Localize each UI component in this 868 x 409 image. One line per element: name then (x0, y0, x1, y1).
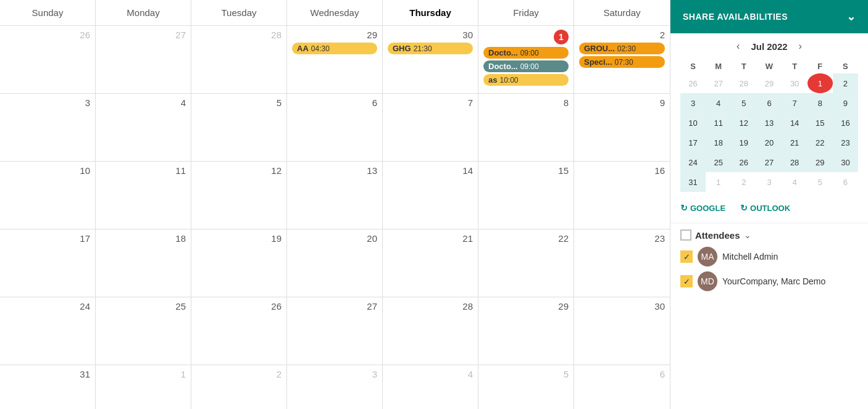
cal-cell[interactable]: 13 (287, 162, 383, 229)
cal-cell[interactable]: 11 (96, 162, 191, 229)
mini-cal-cell[interactable]: 4 (782, 172, 807, 192)
event-pill[interactable]: Docto...09:00 (483, 47, 569, 59)
mini-cal-cell[interactable]: 5 (731, 93, 756, 113)
mini-cal-cell[interactable]: 8 (807, 93, 833, 113)
mini-cal-cell[interactable]: 3 (756, 172, 782, 192)
mini-cal-cell[interactable]: 1 (706, 172, 731, 192)
cal-cell[interactable]: 15 (478, 162, 574, 229)
mini-cal-cell[interactable]: 28 (731, 73, 756, 93)
mini-cal-cell[interactable]: 17 (680, 133, 706, 152)
cal-cell[interactable]: 21 (383, 229, 478, 297)
cal-cell[interactable]: 16 (574, 162, 670, 229)
mini-cal-cell[interactable]: 14 (782, 113, 807, 133)
mini-cal-cell[interactable]: 7 (782, 93, 807, 113)
cal-cell[interactable]: 27 (287, 297, 383, 365)
mini-cal-cell[interactable]: 31 (680, 172, 706, 192)
cal-cell[interactable]: 7 (383, 94, 478, 162)
attendee-checkbox[interactable]: ✓ (680, 250, 693, 263)
cal-cell[interactable]: 3 (287, 365, 383, 409)
mini-cal-cell[interactable]: 30 (782, 73, 807, 93)
mini-cal-cell[interactable]: 12 (731, 113, 756, 133)
mini-cal-cell[interactable]: 1 (807, 73, 833, 93)
cal-cell[interactable]: 29 (478, 297, 574, 365)
cal-cell[interactable]: 23 (574, 229, 670, 297)
cal-cell[interactable]: 28 (191, 26, 287, 94)
cal-cell[interactable]: 25 (96, 297, 191, 365)
attendees-checkbox[interactable] (680, 229, 691, 241)
mini-cal-cell[interactable]: 22 (807, 133, 833, 152)
event-pill[interactable]: as10:00 (483, 74, 569, 86)
cal-cell[interactable]: 10 (0, 162, 96, 229)
cal-cell[interactable]: 26 (0, 26, 96, 94)
google-sync-link[interactable]: ↻ GOOGLE (680, 203, 725, 213)
cal-cell[interactable]: 6 (574, 365, 670, 409)
cal-cell[interactable]: 1Docto...09:00Docto...09:00as10:00 (478, 26, 574, 94)
mini-cal-cell[interactable]: 6 (833, 172, 858, 192)
mini-cal-cell[interactable]: 29 (756, 73, 782, 93)
mini-cal-cell[interactable]: 21 (782, 133, 807, 152)
next-month-button[interactable]: › (795, 39, 806, 53)
cal-cell[interactable]: 20 (287, 229, 383, 297)
event-pill[interactable]: GROU...02:30 (579, 43, 665, 54)
attendee-checkbox[interactable]: ✓ (680, 275, 693, 287)
prev-month-button[interactable]: ‹ (733, 39, 743, 53)
cal-cell[interactable]: 8 (478, 94, 574, 162)
mini-cal-cell[interactable]: 11 (706, 113, 731, 133)
cal-cell[interactable]: 1 (96, 365, 191, 409)
mini-cal-cell[interactable]: 19 (731, 133, 756, 152)
mini-cal-cell[interactable]: 4 (706, 93, 731, 113)
cal-cell[interactable]: 14 (383, 162, 478, 229)
mini-cal-cell[interactable]: 5 (807, 172, 833, 192)
mini-cal-cell[interactable]: 29 (807, 152, 833, 172)
mini-cal-cell[interactable]: 15 (807, 113, 833, 133)
cal-cell[interactable]: 17 (0, 229, 96, 297)
cal-cell[interactable]: 9 (574, 94, 670, 162)
mini-cal-cell[interactable]: 25 (706, 152, 731, 172)
mini-cal-cell[interactable]: 23 (833, 133, 858, 152)
cal-cell[interactable]: 24 (0, 297, 96, 365)
cal-cell[interactable]: 3 (0, 94, 96, 162)
cal-cell[interactable]: 30 (574, 297, 670, 365)
mini-cal-cell[interactable]: 18 (706, 133, 731, 152)
mini-cal-cell[interactable]: 27 (706, 73, 731, 93)
cal-cell[interactable]: 4 (383, 365, 478, 409)
cal-cell[interactable]: 2 (191, 365, 287, 409)
outlook-sync-link[interactable]: ↻ OUTLOOK (740, 203, 790, 213)
mini-cal-cell[interactable]: 6 (756, 93, 782, 113)
mini-cal-cell[interactable]: 3 (680, 93, 706, 113)
mini-cal-cell[interactable]: 2 (731, 172, 756, 192)
cal-cell[interactable]: 6 (287, 94, 383, 162)
mini-cal-cell[interactable]: 27 (756, 152, 782, 172)
event-pill[interactable]: AA04:30 (292, 43, 377, 54)
mini-cal-cell[interactable]: 13 (756, 113, 782, 133)
cal-cell[interactable]: 28 (383, 297, 478, 365)
cal-cell[interactable]: 5 (191, 94, 287, 162)
cal-cell[interactable]: 27 (96, 26, 191, 94)
mini-cal-cell[interactable]: 9 (833, 93, 858, 113)
mini-cal-cell[interactable]: 26 (731, 152, 756, 172)
cal-cell[interactable]: 5 (478, 365, 574, 409)
mini-cal-cell[interactable]: 2 (833, 73, 858, 93)
mini-cal-cell[interactable]: 24 (680, 152, 706, 172)
cal-cell[interactable]: 19 (191, 229, 287, 297)
mini-cal-cell[interactable]: 20 (756, 133, 782, 152)
cal-cell[interactable]: 26 (191, 297, 287, 365)
cal-cell[interactable]: 4 (96, 94, 191, 162)
cal-cell[interactable]: 2GROU...02:30Speci...07:30 (574, 26, 670, 94)
cal-cell[interactable]: 18 (96, 229, 191, 297)
event-pill[interactable]: Speci...07:30 (579, 56, 665, 68)
mini-cal-cell[interactable]: 26 (680, 73, 706, 93)
event-pill[interactable]: GHG21:30 (388, 43, 473, 54)
share-availabilities-button[interactable]: SHARE AVAILABILITIES ⌄ (670, 0, 868, 33)
attendees-chevron-icon[interactable]: ⌄ (744, 230, 751, 240)
cal-cell[interactable]: 22 (478, 229, 574, 297)
mini-cal-cell[interactable]: 28 (782, 152, 807, 172)
cal-cell[interactable]: 31 (0, 365, 96, 409)
mini-cal-cell[interactable]: 30 (833, 152, 858, 172)
mini-cal-cell[interactable]: 10 (680, 113, 706, 133)
cal-cell[interactable]: 12 (191, 162, 287, 229)
cal-cell[interactable]: 29AA04:30 (287, 26, 383, 94)
mini-cal-cell[interactable]: 16 (833, 113, 858, 133)
cal-cell[interactable]: 30GHG21:30 (383, 26, 478, 94)
attendees-label[interactable]: Attendees (695, 230, 740, 241)
